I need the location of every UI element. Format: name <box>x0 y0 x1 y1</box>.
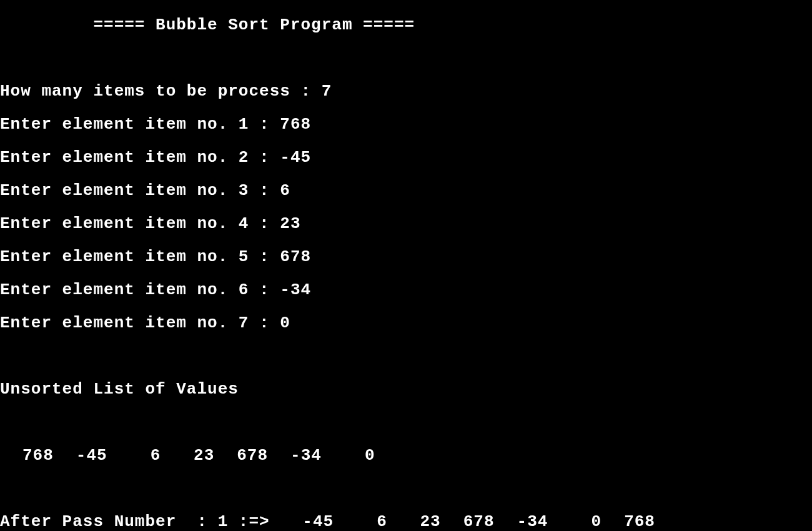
blank-line <box>0 50 812 67</box>
unsorted-values: 768-45623678-340 <box>0 447 812 464</box>
input-line: Enter element item no. 1 : 768 <box>0 116 812 133</box>
input-line: Enter element item no. 3 : 6 <box>0 182 812 199</box>
count-prompt: How many items to be process : <box>0 82 322 101</box>
input-value: 768 <box>280 115 311 134</box>
count-prompt-line: How many items to be process : 7 <box>0 83 812 100</box>
input-value: 6 <box>280 181 290 200</box>
blank-line <box>0 414 812 431</box>
blank-line <box>0 348 812 365</box>
program-title: ===== Bubble Sort Program ===== <box>93 16 415 34</box>
input-value: -34 <box>280 280 311 299</box>
blank-line <box>0 480 812 497</box>
terminal-output: ===== Bubble Sort Program ===== How many… <box>0 0 812 531</box>
input-value: 0 <box>280 314 290 332</box>
input-line: Enter element item no. 7 : 0 <box>0 315 812 332</box>
title-line: ===== Bubble Sort Program ===== <box>0 17 812 34</box>
input-value: 678 <box>280 247 311 266</box>
unsorted-header: Unsorted List of Values <box>0 381 812 398</box>
pass-line: After Pass Number : 1 :=> -45623678-3407… <box>0 514 812 530</box>
input-line: Enter element item no. 4 : 23 <box>0 216 812 232</box>
input-value: 23 <box>280 214 300 233</box>
input-value: -45 <box>280 148 311 167</box>
input-line: Enter element item no. 2 : -45 <box>0 149 812 166</box>
count-value: 7 <box>322 82 332 101</box>
input-line: Enter element item no. 5 : 678 <box>0 249 812 266</box>
input-line: Enter element item no. 6 : -34 <box>0 282 812 299</box>
